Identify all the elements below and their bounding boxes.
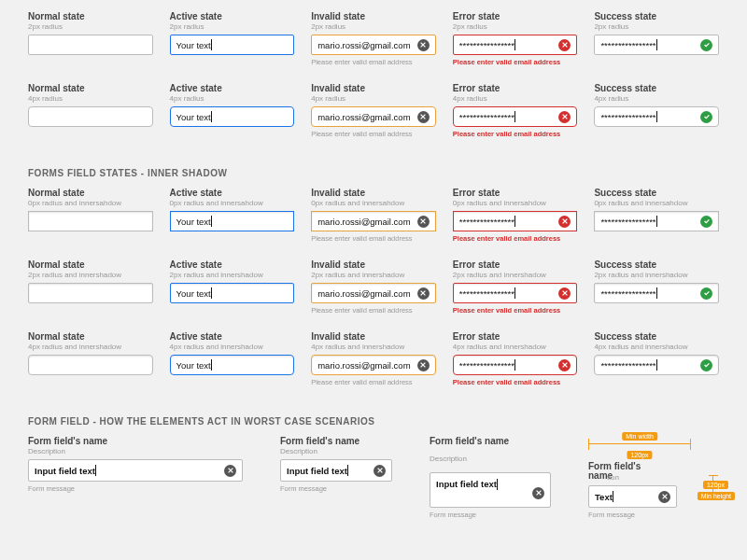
input-field[interactable]: Input field text bbox=[280, 459, 392, 482]
input-normal[interactable] bbox=[28, 283, 153, 303]
state-sub: 4px radius bbox=[28, 94, 153, 103]
input-value: mario.rossi@gmail.com bbox=[317, 40, 410, 50]
input-normal[interactable] bbox=[28, 35, 153, 55]
text-cursor bbox=[514, 111, 515, 122]
dim-min-width-value: 120px bbox=[627, 451, 652, 459]
worst-case-dimensions: Min width 120px Form field's name tion T… bbox=[588, 436, 691, 519]
dim-width-ruler bbox=[588, 443, 691, 444]
error-icon bbox=[558, 287, 571, 300]
input-active[interactable]: Your text bbox=[170, 211, 295, 231]
input-error[interactable]: **************** bbox=[453, 355, 578, 375]
field-description: Description bbox=[28, 447, 243, 455]
state-sub: 2px radius bbox=[594, 22, 719, 31]
state-title: Normal state bbox=[28, 83, 153, 93]
input-field[interactable]: Input field text bbox=[28, 459, 243, 482]
input-invalid[interactable]: mario.rossi@gmail.com bbox=[311, 35, 436, 55]
cell-active-r4: Active state 4px radius Your text bbox=[170, 83, 295, 138]
input-invalid[interactable]: mario.rossi@gmail.com bbox=[311, 355, 436, 375]
input-value: Your text bbox=[176, 40, 211, 50]
success-icon bbox=[700, 39, 712, 51]
text-cursor bbox=[211, 39, 212, 50]
input-invalid[interactable]: mario.rossi@gmail.com bbox=[311, 211, 436, 231]
cell-invalid-r2: Invalid state 2px radius mario.rossi@gma… bbox=[311, 11, 436, 66]
input-value: Input field text bbox=[436, 479, 497, 489]
field-message: Please enter valid email address bbox=[311, 58, 436, 66]
clear-icon[interactable] bbox=[532, 487, 544, 499]
input-error[interactable]: **************** bbox=[453, 106, 578, 127]
worst-case-wide: Form field's name Description Input fiel… bbox=[28, 436, 243, 519]
cell-success-r4: Success state 4px radius ***************… bbox=[594, 83, 719, 138]
input-success[interactable]: **************** bbox=[594, 283, 719, 303]
cell-invalid-r4: Invalid state 4px radius mario.rossi@gma… bbox=[311, 83, 436, 138]
input-active[interactable]: Your text bbox=[170, 355, 295, 375]
error-icon bbox=[558, 216, 571, 228]
state-title: Success state bbox=[594, 11, 719, 21]
dim-min-width-label: Min width bbox=[622, 432, 657, 441]
input-success[interactable]: **************** bbox=[594, 355, 719, 375]
field-message: Please enter valid email address bbox=[311, 130, 436, 138]
field-label: Form field's name bbox=[430, 436, 551, 446]
success-icon bbox=[700, 216, 712, 228]
input-field[interactable]: Input field text bbox=[430, 472, 551, 508]
field-description-overlap: tion bbox=[607, 473, 691, 482]
clear-icon[interactable] bbox=[417, 111, 430, 123]
field-message: Form message bbox=[28, 484, 243, 493]
input-error[interactable]: **************** bbox=[453, 35, 578, 55]
state-sub: 2px radius bbox=[453, 22, 578, 31]
clear-icon[interactable] bbox=[374, 465, 386, 477]
state-title: Active state bbox=[170, 11, 295, 21]
input-active[interactable]: Your text bbox=[170, 106, 295, 127]
field-description: Description bbox=[430, 455, 551, 463]
input-value: mario.rossi@gmail.com bbox=[317, 112, 410, 122]
state-title: Error state bbox=[453, 83, 578, 93]
success-icon bbox=[700, 111, 712, 123]
state-title: Invalid state bbox=[311, 11, 436, 21]
input-invalid[interactable]: mario.rossi@gmail.com bbox=[311, 106, 436, 127]
input-value: Your text bbox=[176, 112, 211, 122]
text-cursor bbox=[347, 465, 348, 476]
field-description: Description bbox=[280, 447, 392, 455]
input-field[interactable]: Text bbox=[588, 485, 677, 508]
dim-pill-value: 120px bbox=[703, 481, 728, 489]
input-normal[interactable] bbox=[28, 211, 153, 231]
input-value: Input field text bbox=[35, 466, 95, 476]
clear-icon[interactable] bbox=[417, 359, 430, 371]
input-error[interactable]: **************** bbox=[453, 283, 578, 303]
clear-icon[interactable] bbox=[417, 287, 430, 300]
input-success[interactable]: **************** bbox=[594, 211, 719, 231]
input-error[interactable]: **************** bbox=[453, 211, 578, 231]
field-label: Form field's name bbox=[28, 436, 243, 446]
state-sub: 2px radius bbox=[28, 22, 153, 31]
cell-normal-r2: Normal state 2px radius bbox=[28, 11, 153, 66]
cell-error-r4: Error state 4px radius **************** … bbox=[453, 83, 578, 138]
error-icon bbox=[558, 359, 571, 371]
text-cursor bbox=[656, 39, 657, 50]
state-title: Error state bbox=[453, 11, 578, 21]
cell-success-r2: Success state 2px radius ***************… bbox=[594, 11, 719, 66]
text-cursor bbox=[497, 479, 498, 490]
field-label: Form field's name bbox=[280, 436, 392, 446]
clear-icon[interactable] bbox=[417, 39, 430, 51]
input-value: Text bbox=[595, 492, 613, 502]
input-value: **************** bbox=[459, 40, 514, 50]
state-title: Active state bbox=[170, 83, 295, 93]
input-success[interactable]: **************** bbox=[594, 35, 719, 55]
cell-error-r2: Error state 2px radius **************** … bbox=[453, 11, 578, 66]
worst-case-tall: Form field's name Description Input fiel… bbox=[430, 436, 551, 519]
clear-icon[interactable] bbox=[658, 491, 670, 503]
input-value: Input field text bbox=[287, 466, 347, 476]
input-success[interactable]: **************** bbox=[594, 106, 719, 127]
field-message: Please enter valid email address bbox=[453, 58, 578, 66]
error-icon bbox=[558, 39, 571, 51]
success-icon bbox=[700, 287, 712, 300]
state-sub: 4px radius bbox=[594, 94, 719, 103]
input-normal[interactable] bbox=[28, 106, 153, 127]
text-cursor bbox=[95, 465, 96, 476]
clear-icon[interactable] bbox=[417, 216, 430, 228]
input-active[interactable]: Your text bbox=[170, 35, 295, 55]
clear-icon[interactable] bbox=[224, 465, 236, 477]
input-active[interactable]: Your text bbox=[170, 283, 295, 303]
state-sub: 2px radius bbox=[311, 22, 436, 31]
input-invalid[interactable]: mario.rossi@gmail.com bbox=[311, 283, 436, 303]
input-normal[interactable] bbox=[28, 355, 153, 375]
